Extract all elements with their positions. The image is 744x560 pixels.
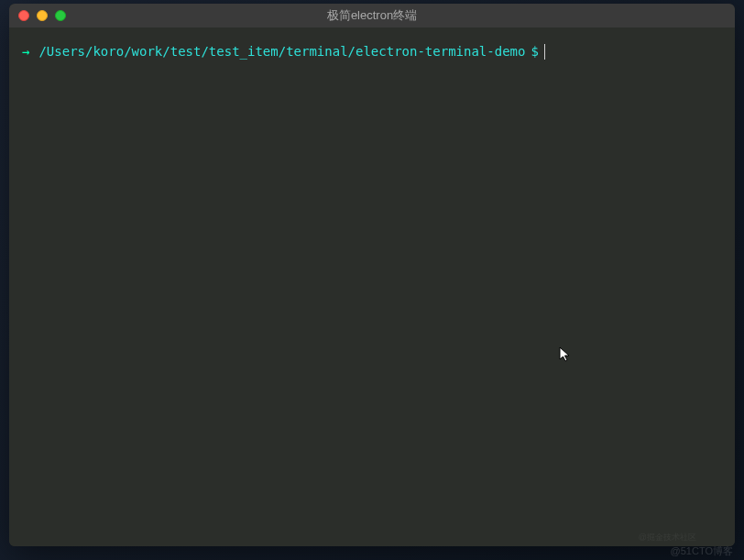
current-path: /Users/koro/work/test/test_item/terminal… [38,42,525,61]
terminal-window: 极简electron终端 → /Users/koro/work/test/tes… [9,4,735,546]
prompt-line: → /Users/koro/work/test/test_item/termin… [22,42,722,61]
traffic-lights [9,10,66,21]
maximize-button[interactable] [55,10,66,21]
prompt-symbol: $ [531,42,538,61]
prompt-arrow-icon: → [22,42,29,61]
watermark-text-1: @51CTO博客 [671,544,733,558]
window-title: 极简electron终端 [9,7,735,24]
text-cursor[interactable] [544,44,545,60]
minimize-button[interactable] [37,10,48,21]
watermark-text-2: @掘金技术社区 [639,532,696,544]
terminal-body[interactable]: → /Users/koro/work/test/test_item/termin… [9,27,735,546]
close-button[interactable] [18,10,29,21]
titlebar[interactable]: 极简electron终端 [9,4,735,27]
